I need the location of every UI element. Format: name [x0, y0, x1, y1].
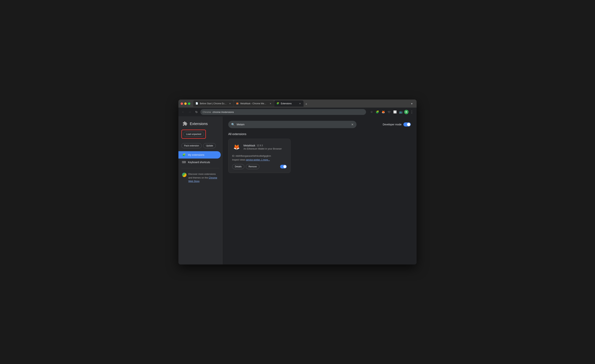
back-button[interactable]: ←: [181, 109, 186, 114]
sidebar-title: Extensions: [190, 122, 208, 126]
main-area: 🔍 ✕ Developer mode All extensions 🦊: [222, 116, 417, 264]
load-unpacked-button[interactable]: Load unpacked: [183, 132, 204, 137]
maximize-button[interactable]: [188, 102, 190, 105]
metamask-logo: 🦊: [232, 143, 241, 151]
address-bar: ← → ↻ Chrome chrome://extensions ☆ 🧩 🦊 🛡…: [178, 107, 417, 116]
chrome-store-favicon: [182, 173, 186, 177]
tab-metamask-close[interactable]: ✕: [269, 102, 272, 105]
discover-text: Discover more extensions and themes on t…: [188, 172, 219, 183]
search-icon: 🔍: [231, 123, 235, 126]
developer-mode-wrap: Developer mode: [383, 122, 411, 127]
metamask-enable-toggle[interactable]: [280, 165, 287, 168]
new-tab-button[interactable]: +: [304, 101, 309, 107]
address-scheme: Chrome: [203, 111, 211, 114]
menu-button[interactable]: ⋮: [409, 109, 414, 114]
tabs-bar: 📄 Before Start | Chrome Extens... ✕ 🦊 Me…: [193, 100, 408, 107]
keyboard-shortcuts-label: Keyboard shortcuts: [188, 161, 210, 164]
address-bar-input[interactable]: Chrome chrome://extensions: [200, 109, 366, 115]
pack-extension-button[interactable]: Pack extension: [181, 143, 202, 148]
minimize-button[interactable]: [184, 102, 187, 105]
ext-name: MetaMask: [243, 144, 255, 147]
refresh-button[interactable]: ↻: [194, 109, 199, 114]
developer-mode-label: Developer mode: [383, 123, 402, 126]
browser-window: 📄 Before Start | Chrome Extens... ✕ 🦊 Me…: [178, 100, 417, 264]
ext-card-header: 🦊 MetaMask 12.9.3 An Ethereum Wallet in …: [232, 143, 287, 151]
search-bar[interactable]: 🔍 ✕: [228, 121, 356, 128]
ext-id-label: ID:: [232, 155, 235, 157]
inspect-label: Inspect views: [232, 158, 245, 161]
toolbar-icons: ☆ 🧩 🦊 🛡 ⬜ 📺 B ⋮: [369, 109, 414, 114]
tabs-dropdown-button[interactable]: ▾: [409, 101, 414, 106]
tab-metamask-title: MetaMask - Chrome Web Sto...: [240, 102, 268, 105]
tab-favicon: 📄: [195, 102, 198, 105]
all-extensions-title: All extensions: [228, 133, 411, 136]
ext-id-value: nkbihfbeogaeaoehlefnkodbefgpgknn: [236, 155, 271, 157]
cast-icon[interactable]: 📺: [398, 109, 403, 114]
puzzle-icon[interactable]: 🧩: [375, 109, 380, 114]
details-button[interactable]: Details: [232, 164, 244, 169]
tab-extensions-title: Extensions: [281, 102, 297, 105]
sidebar-divider: [181, 168, 219, 168]
ext-description: An Ethereum Wallet in your Browser: [243, 147, 282, 150]
update-button[interactable]: Update: [203, 143, 216, 148]
remove-button[interactable]: Remove: [246, 164, 260, 169]
sidebar-discover: Discover more extensions and themes on t…: [178, 171, 222, 185]
extensions-logo: [182, 121, 188, 127]
ext-card-footer: Details Remove: [232, 164, 287, 169]
forward-button[interactable]: →: [187, 109, 192, 114]
my-extensions-icon: 🧩: [182, 153, 186, 157]
profile-avatar[interactable]: B: [404, 110, 409, 114]
ext-toggle-knob: [283, 165, 286, 168]
developer-mode-toggle[interactable]: [403, 122, 411, 127]
top-bar: 🔍 ✕ Developer mode: [228, 121, 411, 128]
tab-before-start[interactable]: 📄 Before Start | Chrome Extens... ✕: [193, 100, 234, 107]
ext-id-row: ID: nkbihfbeogaeaoehlefnkodbefgpgknn: [232, 154, 287, 158]
metamask-icon[interactable]: 🦊: [381, 109, 386, 114]
sidebar-header: Extensions: [178, 119, 222, 129]
sidebar-item-my-extensions[interactable]: 🧩 My extensions: [178, 151, 221, 158]
metamask-extension-card: 🦊 MetaMask 12.9.3 An Ethereum Wallet in …: [228, 139, 290, 173]
page-content: Extensions Load unpacked Pack extension …: [178, 116, 417, 264]
dev-toolbar: Load unpacked Pack extension Update: [178, 129, 222, 151]
menu-dots-icon: ⋮: [410, 110, 414, 114]
load-unpacked-highlight: Load unpacked: [181, 129, 206, 139]
title-bar: 📄 Before Start | Chrome Extens... ✕ 🦊 Me…: [178, 100, 417, 107]
ext-version: 12.9.3: [257, 144, 263, 147]
shield-icon[interactable]: 🛡: [387, 109, 392, 114]
ext-name-row: MetaMask 12.9.3: [243, 144, 282, 147]
tab-extensions[interactable]: 🧩 Extensions ✕: [274, 100, 304, 107]
inspect-link[interactable]: service worker, 1 more...: [246, 158, 270, 161]
bookmark-icon[interactable]: ☆: [369, 109, 374, 114]
tab-metamask-favicon: 🦊: [236, 102, 239, 105]
tab-metamask[interactable]: 🦊 MetaMask - Chrome Web Sto... ✕: [234, 100, 274, 107]
tab-extensions-close[interactable]: ✕: [298, 102, 301, 105]
extension-icon[interactable]: ⬜: [392, 109, 397, 114]
address-path: chrome://extensions: [212, 111, 234, 114]
ext-actions: Details Remove: [232, 164, 259, 169]
keyboard-shortcuts-icon: ⌨: [182, 160, 186, 164]
tab-title: Before Start | Chrome Extens...: [200, 102, 227, 105]
tab-close-button[interactable]: ✕: [228, 102, 231, 105]
search-clear-icon[interactable]: ✕: [351, 123, 354, 126]
close-button[interactable]: [181, 102, 183, 105]
ext-info: MetaMask 12.9.3 An Ethereum Wallet in yo…: [243, 144, 282, 150]
sidebar: Extensions Load unpacked Pack extension …: [178, 116, 222, 264]
ext-inspect-row: Inspect views service worker, 1 more...: [232, 158, 287, 161]
sidebar-item-keyboard-shortcuts[interactable]: ⌨ Keyboard shortcuts: [178, 158, 222, 166]
my-extensions-label: My extensions: [188, 153, 204, 156]
search-input[interactable]: [237, 123, 349, 126]
tab-extensions-favicon: 🧩: [276, 102, 279, 105]
tabs-right: ▾: [409, 101, 414, 106]
toggle-knob: [407, 123, 410, 126]
traffic-lights: [181, 102, 190, 105]
